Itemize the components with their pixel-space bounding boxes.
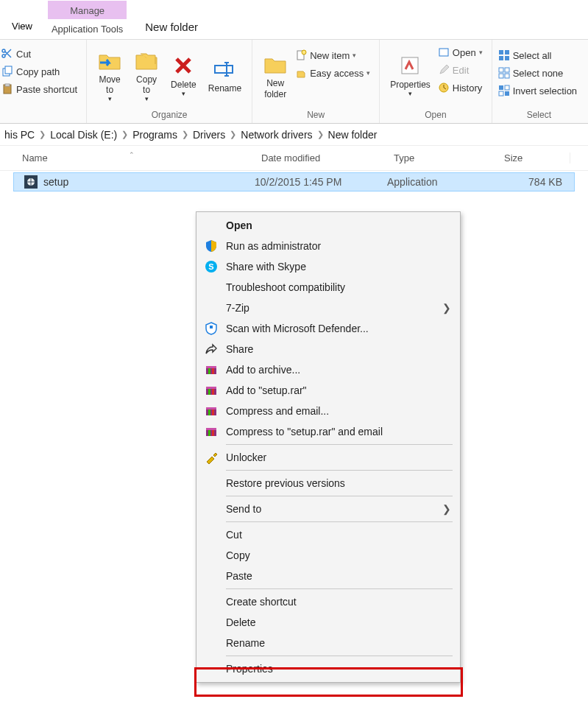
- new-item-button[interactable]: New item ▾: [295, 47, 370, 63]
- col-type[interactable]: Type: [386, 152, 497, 164]
- edit-button[interactable]: Edit: [438, 62, 483, 78]
- svg-rect-20: [505, 74, 509, 78]
- cm-add-setup-rar-label: Add to "setup.rar": [226, 384, 451, 396]
- cm-compress-setup-email-label: Compress to "setup.rar" and email: [226, 426, 451, 437]
- svg-rect-14: [505, 50, 509, 55]
- svg-rect-36: [208, 389, 210, 395]
- col-date[interactable]: Date modified: [254, 152, 386, 164]
- cm-7zip[interactable]: 7-Zip ❯: [198, 298, 458, 318]
- col-size[interactable]: Size: [497, 152, 570, 164]
- paste-shortcut-label: Paste shortcut: [16, 84, 77, 95]
- easy-access-label: Easy access: [310, 68, 364, 79]
- separator: [226, 588, 453, 589]
- cm-share-skype[interactable]: S Share with Skype: [198, 256, 458, 277]
- select-all-button[interactable]: Select all: [498, 47, 577, 63]
- properties-button[interactable]: Properties▾: [384, 43, 436, 108]
- chevron-right-icon: ❯: [39, 130, 46, 139]
- invert-selection-button[interactable]: Invert selection: [498, 82, 577, 99]
- cm-compress-setup-email[interactable]: Compress to "setup.rar" and email: [198, 421, 458, 442]
- blank-icon: [204, 594, 219, 609]
- blank-icon: [204, 280, 219, 295]
- sort-caret-icon: ⌃: [129, 151, 135, 158]
- cut-button[interactable]: Cut: [1, 46, 77, 62]
- cm-troubleshoot-label: Troubleshoot compatibility: [226, 281, 451, 293]
- open-button[interactable]: Open ▾: [438, 44, 483, 60]
- svg-point-9: [302, 50, 306, 55]
- shield-admin-icon: [204, 239, 219, 253]
- cm-paste[interactable]: Paste: [198, 566, 458, 586]
- tab-manage-group[interactable]: Manage Application Tools: [44, 1, 130, 39]
- crumb-this-pc[interactable]: his PC: [4, 129, 35, 141]
- svg-rect-32: [208, 368, 210, 374]
- delete-button[interactable]: Delete▾: [165, 43, 202, 108]
- move-to-button[interactable]: Move to▾: [91, 43, 128, 108]
- svg-rect-31: [206, 366, 216, 368]
- select-none-button[interactable]: Select none: [498, 65, 577, 81]
- crumb-programs[interactable]: Programs: [132, 129, 177, 141]
- cm-send-to[interactable]: Send to ❯: [198, 499, 458, 519]
- cm-7zip-label: 7-Zip: [226, 302, 435, 314]
- share-icon: [204, 342, 219, 356]
- cm-compress-email[interactable]: Compress and email...: [198, 401, 458, 421]
- cm-copy[interactable]: Copy: [198, 545, 458, 566]
- cm-send-to-label: Send to: [226, 503, 435, 515]
- breadcrumb[interactable]: his PC ❯ Local Disk (E:) ❯ Programs ❯ Dr…: [0, 124, 588, 146]
- new-folder-button[interactable]: New folder: [257, 43, 294, 108]
- open-label: Open: [453, 47, 476, 58]
- cm-properties-label: Properties: [226, 663, 451, 675]
- cm-troubleshoot[interactable]: Troubleshoot compatibility: [198, 277, 458, 298]
- cm-scan-defender-label: Scan with Microsoft Defender...: [226, 323, 451, 334]
- col-name[interactable]: Name ⌃: [0, 152, 254, 164]
- cm-restore-previous-label: Restore previous versions: [226, 477, 451, 489]
- cm-unlocker-label: Unlocker: [226, 451, 451, 463]
- cm-open[interactable]: Open: [198, 215, 458, 236]
- svg-rect-1: [5, 66, 12, 74]
- rename-icon: [212, 57, 237, 82]
- easy-access-button[interactable]: Easy access ▾: [295, 65, 370, 81]
- cm-restore-previous[interactable]: Restore previous versions: [198, 473, 458, 493]
- cm-cut-label: Cut: [226, 529, 451, 541]
- chevron-right-icon: ❯: [230, 130, 236, 139]
- cm-run-admin[interactable]: Run as administrator: [198, 236, 458, 256]
- copy-to-button[interactable]: Copy to▾: [128, 43, 165, 108]
- col-name-label: Name: [22, 152, 48, 164]
- tab-application-tools[interactable]: Application Tools: [44, 19, 130, 39]
- svg-rect-18: [505, 68, 509, 72]
- cm-rename[interactable]: Rename: [198, 633, 458, 653]
- tab-view[interactable]: View: [0, 13, 44, 39]
- move-to-label: Move to: [99, 74, 120, 96]
- crumb-new-folder[interactable]: New folder: [328, 129, 378, 141]
- cm-create-shortcut[interactable]: Create shortcut: [198, 591, 458, 612]
- crumb-drivers[interactable]: Drivers: [193, 129, 225, 141]
- svg-rect-43: [206, 428, 216, 430]
- move-to-icon: [97, 48, 122, 73]
- crumb-network-drivers[interactable]: Network drivers: [241, 129, 312, 141]
- blank-icon: [204, 218, 219, 233]
- properties-label: Properties: [390, 80, 431, 90]
- cm-unlocker[interactable]: Unlocker: [198, 447, 458, 468]
- svg-rect-41: [212, 410, 214, 415]
- crumb-disk[interactable]: Local Disk (E:): [50, 129, 117, 141]
- cm-delete[interactable]: Delete: [198, 612, 458, 633]
- invert-selection-icon: [498, 85, 510, 96]
- cm-scan-defender[interactable]: Scan with Microsoft Defender...: [198, 318, 458, 339]
- file-row-setup[interactable]: setup 10/2/2015 1:45 PM Application 784 …: [13, 172, 575, 191]
- copy-path-button[interactable]: Copy path: [1, 63, 77, 80]
- organize-group-label: Organize: [91, 108, 247, 122]
- svg-rect-35: [206, 387, 216, 389]
- cm-cut[interactable]: Cut: [198, 524, 458, 545]
- history-button[interactable]: History: [438, 80, 483, 96]
- rename-button[interactable]: Rename: [202, 43, 247, 108]
- cm-compress-email-label: Compress and email...: [226, 405, 451, 417]
- cm-add-archive[interactable]: Add to archive...: [198, 359, 458, 380]
- svg-rect-39: [206, 407, 216, 410]
- rename-label: Rename: [208, 83, 241, 94]
- cm-properties[interactable]: Properties: [198, 658, 458, 679]
- cm-share[interactable]: Share: [198, 339, 458, 359]
- cm-share-label: Share: [226, 343, 451, 355]
- cm-add-setup-rar[interactable]: Add to "setup.rar": [198, 380, 458, 401]
- paste-shortcut-button[interactable]: Paste shortcut: [1, 81, 77, 97]
- tab-manage[interactable]: Manage: [48, 1, 127, 19]
- winrar-icon: [204, 362, 219, 377]
- window-title: New folder: [130, 15, 213, 39]
